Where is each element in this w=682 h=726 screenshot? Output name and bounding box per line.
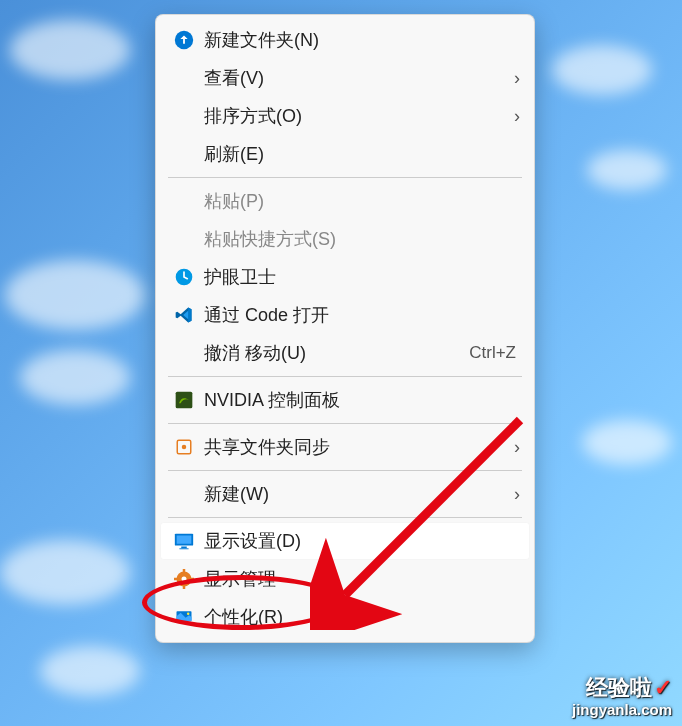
folder-new-icon (170, 26, 198, 54)
blank-icon (170, 64, 198, 92)
menu-item-display-settings[interactable]: 显示设置(D) (160, 522, 530, 560)
menu-separator (168, 376, 522, 377)
background-cloud (0, 540, 130, 605)
svg-rect-6 (177, 536, 192, 544)
menu-item-undo-move[interactable]: 撤消 移动(U) Ctrl+Z (160, 334, 530, 372)
chevron-right-icon: › (502, 484, 520, 505)
chevron-right-icon: › (502, 106, 520, 127)
menu-label: 粘贴快捷方式(S) (204, 227, 520, 251)
menu-label: 显示管理 (204, 567, 520, 591)
menu-separator (168, 470, 522, 471)
menu-label: 刷新(E) (204, 142, 520, 166)
background-cloud (5, 260, 145, 330)
menu-label: 个性化(R) (204, 605, 520, 629)
menu-separator (168, 517, 522, 518)
menu-separator (168, 423, 522, 424)
menu-item-open-with-code[interactable]: 通过 Code 打开 (160, 296, 530, 334)
menu-item-refresh[interactable]: 刷新(E) (160, 135, 530, 173)
menu-label: 粘贴(P) (204, 189, 520, 213)
menu-item-paste-shortcut[interactable]: 粘贴快捷方式(S) (160, 220, 530, 258)
svg-point-4 (182, 445, 187, 450)
menu-label: 护眼卫士 (204, 265, 520, 289)
menu-item-view[interactable]: 查看(V) › (160, 59, 530, 97)
settings-icon (170, 565, 198, 593)
svg-rect-8 (179, 548, 188, 549)
chevron-right-icon: › (502, 68, 520, 89)
menu-label: 新建文件夹(N) (204, 28, 520, 52)
nvidia-icon (170, 386, 198, 414)
check-icon: ✓ (654, 675, 672, 700)
svg-rect-17 (182, 621, 185, 623)
blank-icon (170, 339, 198, 367)
watermark-title: 经验啦✓ (572, 673, 672, 703)
blank-icon (170, 140, 198, 168)
background-cloud (10, 20, 130, 80)
menu-separator (168, 177, 522, 178)
blank-icon (170, 225, 198, 253)
menu-item-sort[interactable]: 排序方式(O) › (160, 97, 530, 135)
background-cloud (552, 45, 652, 95)
personalize-icon (170, 603, 198, 631)
menu-label: 撤消 移动(U) (204, 341, 469, 365)
menu-item-display-manager[interactable]: 显示管理 (160, 560, 530, 598)
background-cloud (582, 420, 672, 465)
menu-item-nvidia[interactable]: NVIDIA 控制面板 (160, 381, 530, 419)
menu-item-personalize[interactable]: 个性化(R) (160, 598, 530, 636)
svg-point-10 (182, 577, 187, 582)
menu-label: 共享文件夹同步 (204, 435, 502, 459)
menu-label: 通过 Code 打开 (204, 303, 520, 327)
vscode-icon (170, 301, 198, 329)
monitor-icon (170, 527, 198, 555)
menu-label: 查看(V) (204, 66, 502, 90)
menu-shortcut: Ctrl+Z (469, 343, 516, 363)
menu-item-eye-guard[interactable]: 护眼卫士 (160, 258, 530, 296)
svg-rect-7 (181, 547, 187, 549)
desktop-context-menu: 新建文件夹(N) 查看(V) › 排序方式(O) › 刷新(E) 粘贴(P) 粘… (155, 14, 535, 643)
blank-icon (170, 480, 198, 508)
menu-item-paste[interactable]: 粘贴(P) (160, 182, 530, 220)
blank-icon (170, 187, 198, 215)
clock-icon (170, 263, 198, 291)
background-cloud (587, 150, 667, 190)
background-cloud (40, 646, 140, 696)
menu-item-new-folder[interactable]: 新建文件夹(N) (160, 21, 530, 59)
menu-label: 排序方式(O) (204, 104, 502, 128)
menu-label: 新建(W) (204, 482, 502, 506)
svg-point-16 (187, 612, 190, 615)
blank-icon (170, 102, 198, 130)
menu-label: 显示设置(D) (204, 529, 520, 553)
menu-item-share-sync[interactable]: 共享文件夹同步 › (160, 428, 530, 466)
share-folder-icon (170, 433, 198, 461)
svg-rect-2 (176, 392, 193, 409)
background-cloud (20, 350, 130, 405)
watermark: 经验啦✓ jingyanla.com (572, 673, 672, 718)
menu-label: NVIDIA 控制面板 (204, 388, 520, 412)
menu-item-new[interactable]: 新建(W) › (160, 475, 530, 513)
chevron-right-icon: › (502, 437, 520, 458)
watermark-url: jingyanla.com (572, 701, 672, 718)
